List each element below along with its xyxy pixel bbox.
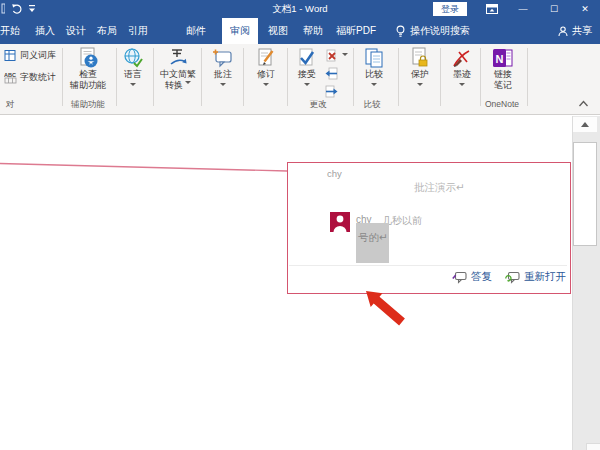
track-changes-icon (255, 47, 277, 69)
tell-me-search[interactable]: 操作说明搜索 (410, 18, 470, 44)
thesaurus-button[interactable]: 同义词库 (4, 49, 56, 62)
share-button[interactable]: 共享 (558, 18, 592, 44)
comment-reviewer-label: chy (327, 168, 342, 179)
undo-icon[interactable] (11, 3, 23, 15)
comment-body-selected-text[interactable]: 号的↵ (356, 223, 389, 263)
thesaurus-icon (4, 49, 17, 62)
svg-text:ABC: ABC (4, 72, 16, 78)
chinese-conversion-icon (167, 47, 189, 69)
window-title: 文档1 - Word (272, 3, 327, 16)
dropdown-caret-icon (263, 83, 269, 89)
dropdown-caret-icon (304, 83, 310, 89)
ink-icon (451, 47, 473, 69)
language-icon (122, 47, 144, 69)
compare-icon (363, 47, 385, 69)
comment-icon (212, 47, 234, 69)
group-label-accessibility: 辅助功能 (58, 99, 118, 111)
reject-icon (325, 49, 338, 62)
reply-button[interactable]: 答复 (452, 270, 492, 284)
word-count-button[interactable]: ABC 字数统计 (4, 71, 56, 84)
protect-icon (409, 47, 431, 69)
qat-partial-icon (0, 3, 5, 14)
annotation-arrow (350, 280, 410, 330)
accept-button[interactable]: 接受 (290, 47, 324, 89)
chinese-conversion-button[interactable]: 中文简繁 转换 (155, 47, 201, 91)
comment-card[interactable]: chy 批注演示↵ chy 几秒以前 号的↵ 答复 (287, 162, 571, 294)
linked-notes-button[interactable]: N 链接 笔记 (484, 47, 522, 91)
reopen-comment-icon (505, 271, 520, 284)
next-change-button[interactable] (325, 85, 338, 98)
onenote-icon: N (492, 47, 514, 69)
ribbon-display-options-icon[interactable] (481, 0, 503, 18)
track-changes-button[interactable]: 修订 (246, 47, 286, 89)
group-label-compare: 比较 (342, 99, 402, 111)
scroll-up-icon[interactable] (573, 117, 597, 132)
qat-customize-icon[interactable] (28, 5, 36, 13)
sign-in-button[interactable]: 登录 (433, 2, 467, 16)
group-label-onenote: OneNote (472, 99, 532, 109)
paragraph-mark: ↵ (379, 231, 388, 243)
ribbon-tab-row: 开始 插入 设计 布局 引用 邮件 审阅 视图 帮助 福昕PDF 操作说明搜索 … (0, 18, 600, 44)
word-window: 文档1 - Word 登录 — ☐ ✕ 开始 插入 设计 布局 引用 邮件 审阅… (0, 0, 600, 450)
next-change-icon (325, 85, 338, 98)
ribbon: 同义词库 ABC 字数统计 对 (0, 44, 600, 115)
language-button[interactable]: 语言 (114, 47, 152, 89)
previous-change-icon (325, 67, 338, 80)
comment-connector-line (0, 160, 288, 174)
dropdown-caret-icon (342, 53, 348, 59)
lightbulb-icon (395, 25, 406, 38)
accept-icon (296, 47, 318, 69)
tab-home[interactable]: 开始 (0, 18, 26, 44)
comment-anchor-text: 批注演示↵ (414, 181, 465, 195)
dropdown-caret-icon (185, 81, 191, 87)
reopen-button[interactable]: 重新打开 (505, 270, 566, 284)
compare-button[interactable]: 比较 (356, 47, 392, 89)
scrollbar-corner (586, 443, 600, 450)
check-accessibility-button[interactable]: 检查 辅助功能 (66, 47, 110, 91)
check-accessibility-icon (77, 47, 99, 69)
tab-mailings[interactable]: 邮件 (180, 18, 212, 44)
tab-help[interactable]: 帮助 (297, 18, 329, 44)
tab-layout[interactable]: 布局 (92, 18, 122, 44)
reject-button[interactable] (325, 49, 348, 62)
tab-view[interactable]: 视图 (262, 18, 294, 44)
tab-review[interactable]: 审阅 (222, 18, 258, 44)
tab-foxit-pdf[interactable]: 福昕PDF (331, 18, 381, 44)
protect-button[interactable]: 保护 (402, 47, 438, 89)
paragraph-mark: ↵ (456, 181, 465, 193)
tab-insert[interactable]: 插入 (30, 18, 60, 44)
share-person-icon (558, 26, 568, 37)
reply-comment-icon (452, 271, 467, 284)
minimize-icon[interactable]: — (512, 0, 534, 18)
group-label-proofing: 对 (2, 99, 18, 111)
ink-button[interactable]: 墨迹 (444, 47, 480, 89)
dropdown-caret-icon (130, 83, 136, 89)
svg-text:N: N (496, 53, 504, 65)
word-count-icon: ABC (4, 71, 17, 84)
group-label-changes: 更改 (288, 99, 348, 111)
collapse-ribbon-icon[interactable] (578, 100, 589, 107)
title-bar: 文档1 - Word 登录 — ☐ ✕ (0, 0, 600, 18)
dropdown-caret-icon (459, 83, 465, 89)
tab-references[interactable]: 引用 (123, 18, 153, 44)
person-avatar-icon (330, 212, 350, 232)
dropdown-caret-icon (371, 83, 377, 89)
previous-change-button[interactable] (325, 67, 338, 80)
tab-design[interactable]: 设计 (61, 18, 91, 44)
new-comment-button[interactable]: 批注 (203, 47, 243, 89)
dropdown-caret-icon (417, 83, 423, 89)
close-icon[interactable]: ✕ (574, 0, 596, 18)
scrollbar-thumb[interactable] (573, 142, 597, 246)
comment-actions-divider (289, 265, 567, 266)
maximize-icon[interactable]: ☐ (543, 0, 565, 18)
dropdown-caret-icon (220, 83, 226, 89)
